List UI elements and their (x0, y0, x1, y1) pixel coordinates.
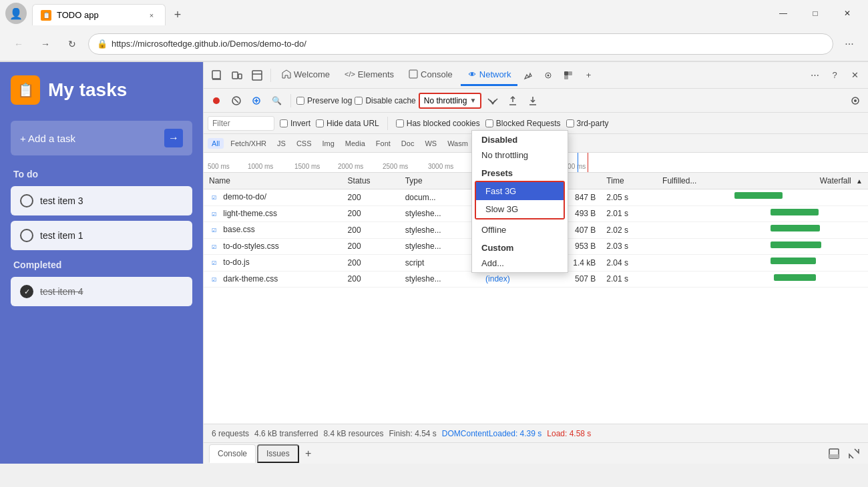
devtools-device-toggle[interactable] (228, 66, 246, 85)
throttle-select[interactable]: No throttling ▼ (419, 93, 482, 109)
disable-cache-checkbox[interactable] (355, 97, 363, 105)
col-status[interactable]: Status (343, 173, 400, 189)
cell-waterfall (734, 205, 868, 222)
blocked-requests-label[interactable]: Blocked Requests (485, 119, 561, 128)
cell-fulfilled (657, 271, 734, 288)
devtools-help-button[interactable]: ? (825, 66, 844, 85)
online-button[interactable] (484, 92, 501, 109)
devtools-performance-tab[interactable] (519, 66, 537, 85)
table-row[interactable]: ☑ dark-theme.css 200 styleshe... (index)… (204, 271, 868, 288)
filter-input[interactable] (208, 116, 274, 131)
third-party-label[interactable]: 3rd-party (566, 119, 609, 128)
tab-elements[interactable]: </> Elements (338, 65, 401, 86)
col-time[interactable]: Time (601, 173, 657, 189)
filter-media[interactable]: Media (341, 138, 369, 149)
clear-button[interactable] (228, 92, 245, 109)
filter-css[interactable]: CSS (292, 138, 316, 149)
devtools-more-button[interactable]: ⋯ (805, 66, 824, 85)
filter-fetch[interactable]: Fetch/XHR (226, 138, 270, 149)
tab-close-button[interactable]: × (146, 10, 157, 21)
cell-initiator[interactable]: (index) (480, 271, 544, 288)
record-button[interactable] (208, 92, 225, 109)
cell-time: 2.01 s (601, 271, 657, 288)
filter-img[interactable]: Img (318, 138, 339, 149)
col-waterfall[interactable]: Waterfall ▲ (734, 173, 868, 189)
svg-point-14 (213, 97, 220, 104)
svg-point-26 (854, 99, 857, 102)
bottom-tab-issues[interactable]: Issues (257, 444, 299, 463)
back-button[interactable]: ← (8, 33, 29, 55)
filter-font[interactable]: Font (372, 138, 395, 149)
task-checkbox-2[interactable] (20, 229, 33, 242)
url-bar[interactable]: 🔒 https://microsoftedge.github.io/Demos/… (88, 33, 833, 55)
toolbar-divider-1 (270, 69, 271, 82)
forward-button[interactable]: → (35, 33, 56, 55)
cell-size: 507 B (544, 271, 601, 288)
throttle-add[interactable]: Add... (472, 254, 568, 272)
third-party-checkbox[interactable] (566, 119, 574, 127)
devtools-add-tab[interactable]: + (579, 66, 598, 85)
blocked-requests-checkbox[interactable] (485, 119, 493, 127)
preserve-log-checkbox[interactable] (296, 97, 304, 105)
task-item-todo-1[interactable]: test item 3 (11, 186, 192, 215)
invert-checkbox[interactable] (280, 119, 288, 127)
download-button[interactable] (524, 92, 541, 109)
maximize-button[interactable]: □ (800, 3, 831, 24)
todo-app-icon: 📋 (11, 75, 40, 105)
devtools-inspect-button[interactable] (208, 66, 226, 85)
network-settings-button[interactable] (847, 92, 864, 109)
throttle-offline[interactable]: Offline (472, 221, 568, 239)
filter-doc[interactable]: Doc (397, 138, 419, 149)
bottom-tabs: Console Issues + (204, 442, 868, 464)
filter-all[interactable]: All (208, 138, 224, 149)
import-button[interactable] (248, 92, 265, 109)
devtools-settings-tab[interactable] (539, 66, 558, 85)
task-checkbox-completed-1[interactable]: ✓ (20, 285, 33, 298)
profile-icon[interactable]: 👤 (5, 3, 27, 24)
devtools-close-button[interactable]: ✕ (845, 66, 864, 85)
task-checkbox-1[interactable] (20, 194, 33, 207)
task-item-todo-2[interactable]: test item 1 (11, 221, 192, 250)
filter-ws[interactable]: WS (421, 138, 441, 149)
invert-label[interactable]: Invert (280, 119, 310, 128)
cell-waterfall (734, 271, 868, 288)
active-tab[interactable]: 📋 TODO app × (32, 4, 166, 25)
tab-console[interactable]: Console (402, 65, 459, 86)
hide-data-url-label[interactable]: Hide data URL (316, 119, 379, 128)
new-tab-button[interactable]: + (167, 4, 188, 25)
filter-wasm[interactable]: Wasm (443, 138, 472, 149)
cell-type: styleshe... (400, 205, 480, 222)
tab-welcome[interactable]: Welcome (275, 65, 337, 86)
hide-data-url-checkbox[interactable] (316, 119, 324, 127)
refresh-button[interactable]: ↻ (61, 33, 83, 55)
browser-more-button[interactable]: ··· (839, 33, 860, 55)
throttle-dropdown-menu: Disabled No throttling Presets Fast 3G S… (471, 130, 568, 273)
upload-button[interactable] (504, 92, 521, 109)
devtools-toolbar: Welcome </> Elements Console Network (204, 62, 868, 89)
devtools-application-tab[interactable] (559, 66, 578, 85)
col-type[interactable]: Type (400, 173, 480, 189)
expand-button[interactable] (845, 445, 863, 462)
col-fulfilled[interactable]: Fulfilled... (657, 173, 734, 189)
has-blocked-cookies-checkbox[interactable] (396, 119, 404, 127)
throttle-no-throttling[interactable]: No throttling (472, 146, 568, 164)
cell-status: 200 (343, 189, 400, 206)
has-blocked-cookies-label[interactable]: Has blocked cookies (396, 119, 480, 128)
dock-bottom-button[interactable] (825, 445, 843, 462)
preserve-log-label[interactable]: Preserve log (296, 96, 352, 105)
bottom-tab-add-button[interactable]: + (300, 446, 316, 462)
tab-network[interactable]: Network (461, 65, 518, 86)
throttle-fast3g[interactable]: Fast 3G (476, 182, 564, 200)
throttle-slow3g[interactable]: Slow 3G (476, 200, 564, 218)
add-task-button[interactable]: + Add a task → (11, 121, 192, 155)
task-item-completed-1[interactable]: ✓ test item 4 (11, 277, 192, 306)
filter-js[interactable]: JS (273, 138, 290, 149)
col-name[interactable]: Name (204, 173, 343, 189)
close-button[interactable]: ✕ (832, 3, 863, 24)
devtools-dock-button[interactable] (248, 66, 266, 85)
search-button[interactable]: 🔍 (268, 92, 285, 109)
minimize-button[interactable]: — (768, 3, 799, 24)
custom-label: Custom (472, 239, 568, 254)
disable-cache-label[interactable]: Disable cache (355, 96, 415, 105)
bottom-tab-console[interactable]: Console (209, 444, 256, 463)
